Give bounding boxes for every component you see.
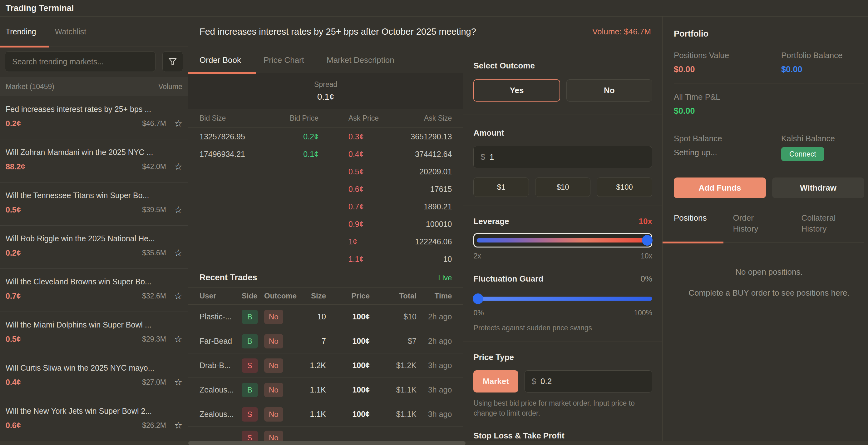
star-icon[interactable]: ☆ — [174, 292, 182, 301]
tab-watchlist[interactable]: Watchlist — [55, 27, 86, 36]
market-volume: $35.6M — [142, 249, 166, 257]
trade-time: 3h ago — [416, 385, 452, 394]
divider — [463, 206, 662, 206]
portfolio-title: Portfolio — [674, 29, 864, 39]
stop-loss-label: Stop Loss & Take Profit — [473, 431, 652, 441]
market-list-item[interactable]: Will Curtis Sliwa win the 2025 NYC mayo.… — [0, 355, 188, 398]
spread-value: 0.1¢ — [317, 92, 334, 102]
market-list-item[interactable]: Will the Tennessee Titans win Super Bo..… — [0, 182, 188, 226]
trades-table-header: User Side Outcome Size Price Total Time — [188, 287, 463, 305]
fluctuation-guard-slider[interactable] — [473, 293, 652, 304]
guard-min: 0% — [473, 309, 484, 317]
outcome-no-button[interactable]: No — [566, 79, 652, 101]
leverage-slider[interactable] — [473, 233, 652, 247]
trade-price: 100¢ — [326, 361, 370, 370]
outcome-badge: No — [264, 358, 283, 373]
trade-size: 1.1K — [296, 410, 326, 419]
market-order-button[interactable]: Market — [473, 370, 518, 392]
withdraw-button[interactable]: Withdraw — [772, 178, 864, 198]
add-funds-button[interactable]: Add Funds — [674, 178, 766, 198]
ask-price: 0.3¢ — [348, 132, 395, 141]
all-time-pnl: $0.00 — [674, 106, 864, 116]
market-price: 0.2¢ — [6, 248, 21, 258]
fluctuation-guard-thumb[interactable] — [473, 293, 483, 304]
spot-balance-status: Setting up... — [674, 148, 781, 157]
empty-line-1: No open positions. — [674, 267, 864, 277]
market-price: 0.4¢ — [6, 378, 21, 387]
market-count-label: Market (10459) — [6, 83, 54, 91]
ask-size: 1890.21 — [395, 202, 452, 211]
order-book-row[interactable]: 0.7¢ 1890.21 — [188, 198, 463, 215]
quick-amount-10[interactable]: $10 — [535, 178, 591, 197]
tab-positions[interactable]: Positions — [674, 212, 707, 224]
order-book-row[interactable]: 1¢ 122246.06 — [188, 233, 463, 250]
order-book-row[interactable]: 0.6¢ 17615 — [188, 180, 463, 198]
ask-price: 0.5¢ — [348, 167, 395, 176]
leverage-thumb[interactable] — [642, 235, 653, 246]
market-list-item[interactable]: Will the Miami Dolphins win Super Bowl .… — [0, 312, 188, 355]
outcome-badge: No — [264, 407, 283, 421]
ask-size: 3651290.13 — [395, 132, 452, 141]
tab-trending[interactable]: Trending — [6, 27, 36, 36]
star-icon[interactable]: ☆ — [174, 205, 182, 214]
order-book-row[interactable]: 17496934.21 0.1¢ 0.4¢ 374412.64 — [188, 145, 463, 163]
app-title-bar: Trading Terminal — [0, 0, 868, 17]
star-icon[interactable]: ☆ — [174, 119, 182, 128]
trade-price: 100¢ — [326, 385, 370, 394]
ask-price: 1.1¢ — [348, 255, 395, 264]
order-book-row[interactable]: 13257826.95 0.2¢ 0.3¢ 3651290.13 — [188, 128, 463, 145]
trade-row: Drab-B... S No 1.2K 100¢ $1.2K 3h ago — [188, 353, 463, 378]
star-icon[interactable]: ☆ — [174, 378, 182, 387]
market-volume-total: Volume: $46.7M — [592, 27, 651, 36]
col-user: User — [199, 292, 242, 300]
tab-collateral-history[interactable]: Collateral History — [802, 212, 844, 234]
trade-price: 100¢ — [326, 410, 370, 419]
outcome-yes-button[interactable]: Yes — [473, 79, 560, 101]
ask-size: 10 — [395, 255, 452, 264]
order-book-row[interactable]: 0.9¢ 100010 — [188, 215, 463, 233]
divider — [463, 114, 662, 114]
market-list-item[interactable]: Will Zohran Mamdani win the 2025 NYC ...… — [0, 139, 188, 182]
quick-amount-100[interactable]: $100 — [597, 178, 652, 197]
main-layout: Trending Watchlist Market (10459) Volume… — [0, 17, 868, 445]
bid-size: 13257826.95 — [199, 132, 271, 141]
ask-size: 122246.06 — [395, 237, 452, 246]
col-side: Side — [242, 292, 264, 300]
market-title: Will the Cleveland Browns win Super Bo..… — [6, 269, 182, 286]
star-icon[interactable]: ☆ — [174, 421, 182, 430]
scrollbar-thumb[interactable] — [188, 441, 466, 445]
limit-price-field[interactable]: $ — [525, 370, 652, 392]
market-list-item[interactable]: Will Rob Riggle win the 2025 National He… — [0, 226, 188, 269]
order-book-row[interactable]: 1.1¢ 10 — [188, 250, 463, 268]
star-icon[interactable]: ☆ — [174, 162, 182, 171]
connect-button[interactable]: Connect — [781, 147, 824, 161]
active-tab-underline — [662, 242, 723, 243]
market-volume: $27.0M — [142, 378, 166, 387]
horizontal-scrollbar[interactable] — [0, 441, 868, 445]
search-input[interactable] — [5, 51, 155, 72]
volume-column-label: Volume — [158, 83, 182, 91]
amount-field[interactable]: $ — [473, 146, 652, 168]
filter-button[interactable] — [162, 51, 183, 72]
positions-empty-state: No open positions. Complete a BUY order … — [674, 267, 864, 298]
col-time: Time — [416, 292, 452, 300]
divider — [674, 125, 864, 125]
tab-order-book[interactable]: Order Book — [199, 55, 241, 65]
tab-order-history[interactable]: Order History — [733, 212, 775, 234]
order-book-row[interactable]: 0.5¢ 20209.01 — [188, 163, 463, 180]
star-icon[interactable]: ☆ — [174, 248, 182, 258]
amount-input[interactable] — [490, 152, 645, 162]
tab-price-chart[interactable]: Price Chart — [264, 55, 304, 65]
tab-market-description[interactable]: Market Description — [327, 55, 394, 65]
col-bid-price: Bid Price — [271, 114, 318, 122]
side-badge-sell: S — [242, 431, 258, 442]
market-price: 0.7¢ — [6, 292, 21, 301]
ask-price: 0.7¢ — [348, 202, 395, 211]
market-list-item[interactable]: Fed increases interest rates by 25+ bps … — [0, 96, 188, 139]
market-list-item[interactable]: Will the Cleveland Browns win Super Bo..… — [0, 269, 188, 312]
market-list-item[interactable]: Will the New York Jets win Super Bowl 2.… — [0, 398, 188, 441]
limit-price-input[interactable] — [540, 377, 645, 386]
quick-amount-1[interactable]: $1 — [473, 178, 529, 197]
active-tab-underline — [0, 46, 49, 48]
star-icon[interactable]: ☆ — [174, 335, 182, 344]
